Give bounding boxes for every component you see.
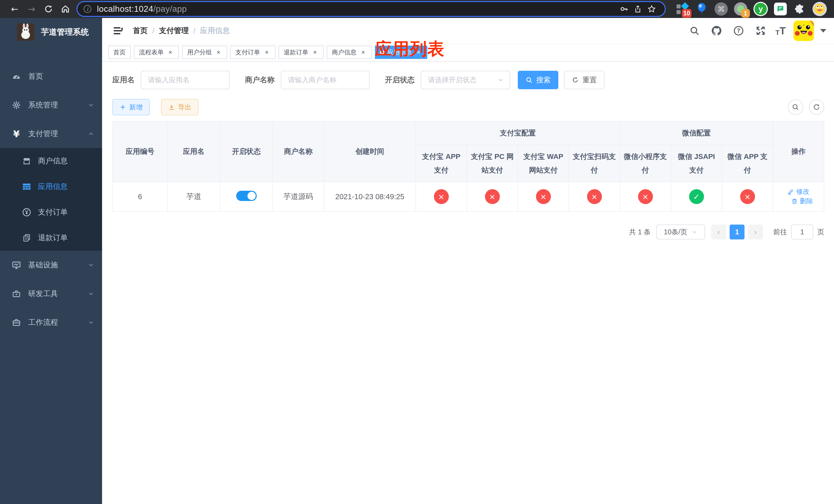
user-avatar[interactable]: [793, 21, 814, 41]
sidebar-item-merchant-info[interactable]: 商户信息: [0, 148, 102, 174]
status-badge: ×: [536, 189, 551, 204]
document-copy-icon: [21, 233, 33, 242]
cell-merchant: 芋道源码: [272, 182, 324, 211]
merchant-name-input[interactable]: [281, 71, 370, 89]
tab-close-icon[interactable]: ×: [215, 49, 222, 56]
extension-green-y[interactable]: y: [753, 2, 768, 16]
tab-label: 用户分组: [187, 48, 212, 56]
extension-command[interactable]: ⌘: [715, 2, 728, 16]
app-title: 芋道管理系统: [41, 27, 89, 38]
tab-close-icon[interactable]: ×: [167, 49, 174, 56]
toggle-search-button[interactable]: [788, 99, 803, 115]
github-icon[interactable]: [709, 24, 724, 38]
refresh-table-button[interactable]: [809, 99, 824, 115]
site-info-icon[interactable]: i: [84, 5, 91, 13]
fullscreen-icon[interactable]: [753, 24, 768, 38]
password-key-icon[interactable]: [617, 2, 631, 16]
browser-reload-button[interactable]: [41, 2, 56, 17]
help-icon[interactable]: ?: [731, 24, 746, 38]
tab[interactable]: 用户分组×: [182, 46, 227, 59]
sidebar-item-label: 研发工具: [28, 289, 88, 299]
share-icon[interactable]: [631, 2, 645, 16]
chevron-down-icon: [88, 102, 94, 109]
sidebar-item-label: 首页: [28, 71, 94, 82]
tab[interactable]: 支付订单×: [230, 46, 276, 59]
extension-blue-balloon[interactable]: [695, 2, 708, 16]
col-group-alipay: 支付宝配置: [416, 121, 620, 145]
sidebar-item-dev-tools[interactable]: 研发工具: [0, 279, 102, 308]
sidebar-logo[interactable]: 芋道管理系统: [0, 18, 102, 46]
sidebar-item-system[interactable]: 系统管理: [0, 91, 102, 119]
col-alipay-qr: 支付宝扫码支付: [569, 145, 620, 182]
sidebar-item-label: 支付管理: [28, 129, 88, 139]
breadcrumb-home[interactable]: 首页: [133, 26, 148, 36]
refresh-icon: [572, 76, 579, 84]
avatar-dropdown-caret-icon[interactable]: [820, 29, 826, 32]
profile-avatar-emoji[interactable]: [812, 2, 827, 16]
sidebar-item-workflow[interactable]: 工作流程: [0, 308, 102, 337]
tab[interactable]: 退款订单×: [279, 46, 324, 59]
tab-close-icon[interactable]: ×: [311, 49, 319, 56]
browser-back-button[interactable]: ←: [7, 2, 22, 17]
status-select[interactable]: 请选择开启状态: [421, 71, 510, 89]
next-page-button[interactable]: ›: [748, 225, 763, 239]
cell-wx-jsapi: ✓: [671, 182, 722, 211]
tab[interactable]: 首页: [108, 46, 131, 59]
sidebar-collapse-button[interactable]: [110, 23, 126, 39]
status-badge: ×: [740, 189, 755, 204]
chevron-up-icon: [88, 131, 94, 137]
tab-label: 支付订单: [236, 48, 260, 56]
sidebar-item-infrastructure[interactable]: 基础设施: [0, 251, 102, 279]
url-bar[interactable]: i localhost:1024/pay/app: [78, 2, 665, 16]
tab-close-icon[interactable]: ×: [263, 49, 270, 56]
bookmark-star-icon[interactable]: [645, 2, 659, 16]
col-wx-app: 微信 APP 支付: [722, 145, 773, 182]
search-button[interactable]: 搜索: [518, 71, 558, 89]
tab[interactable]: 流程表单×: [134, 46, 179, 59]
tab[interactable]: 商户信息×: [327, 46, 372, 59]
add-button[interactable]: 新增: [112, 99, 150, 115]
sidebar-item-home[interactable]: 首页: [0, 62, 102, 91]
sidebar-item-refund-orders[interactable]: 退款订单: [0, 225, 102, 251]
reset-button[interactable]: 重置: [564, 71, 605, 89]
extension-gray-squares-blue-diamond[interactable]: 10: [676, 2, 689, 16]
breadcrumb: 首页 / 支付管理 / 应用信息: [133, 26, 230, 36]
cell-actions: 修改 删除: [773, 182, 824, 211]
emoji-face-icon: [814, 3, 825, 15]
sidebar-item-label: 应用信息: [38, 182, 68, 192]
command-icon: ⌘: [717, 5, 725, 14]
breadcrumb-payment[interactable]: 支付管理: [159, 26, 189, 36]
page-size-select[interactable]: 10条/页: [656, 225, 705, 239]
browser-forward-button[interactable]: →: [24, 2, 39, 17]
cell-alipay-wap: ×: [518, 182, 569, 211]
sidebar-menu: 首页 系统管理 ¥ 支付管理: [0, 62, 102, 337]
export-button[interactable]: 导出: [161, 99, 198, 115]
extension-gray-green-circle[interactable]: 1: [734, 2, 747, 16]
prev-page-button[interactable]: ‹: [711, 225, 726, 239]
briefcase-icon: [10, 318, 23, 327]
goto-page-input[interactable]: [791, 225, 813, 239]
header-search-icon[interactable]: [687, 24, 702, 38]
extension-green-chat[interactable]: [774, 3, 787, 15]
sidebar-item-pay-orders[interactable]: 支付订单: [0, 200, 102, 225]
page-size-value: 10条/页: [664, 227, 687, 237]
url-text[interactable]: localhost:1024/pay/app: [97, 4, 617, 14]
navbar: 首页 / 支付管理 / 应用信息 ? TT: [102, 18, 834, 44]
add-button-label: 新增: [129, 103, 142, 112]
sidebar: 芋道管理系统 首页 系统管理 ¥ 支付管理: [0, 18, 102, 504]
edit-link[interactable]: 修改: [788, 187, 810, 196]
tab-close-icon[interactable]: ×: [359, 49, 367, 56]
sidebar-item-app-info[interactable]: 应用信息: [0, 174, 102, 200]
app-name-input[interactable]: [141, 71, 229, 89]
status-switch[interactable]: [236, 191, 257, 201]
page-number-button[interactable]: 1: [730, 225, 745, 239]
browser-home-button[interactable]: [58, 2, 73, 17]
tags-view: 首页 流程表单× 用户分组× 支付订单× 退款订单× 商户信息× 应用信息×: [102, 44, 834, 62]
extensions-puzzle-menu[interactable]: [793, 2, 806, 16]
sidebar-item-payment[interactable]: ¥ 支付管理: [0, 119, 102, 148]
url-path: /pay/app: [153, 4, 187, 14]
chevron-down-icon: [88, 319, 94, 326]
delete-link[interactable]: 删除: [791, 197, 813, 206]
logo-image: [17, 23, 35, 41]
font-size-icon[interactable]: TT: [775, 25, 786, 37]
